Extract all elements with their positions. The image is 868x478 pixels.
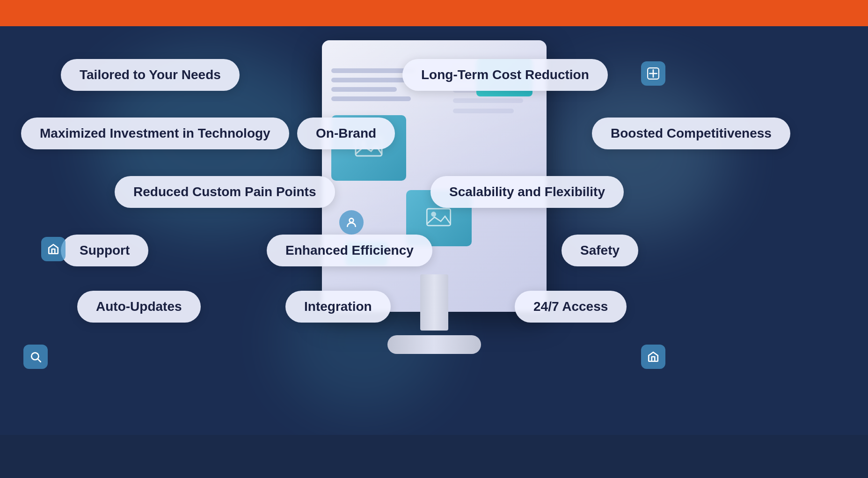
monitor-stand-neck bbox=[420, 274, 448, 331]
pill-boosted: Boosted Competitiveness bbox=[592, 118, 790, 149]
pill-enhanced: Enhanced Efficiency bbox=[267, 235, 432, 266]
header bbox=[0, 0, 868, 26]
svg-line-9 bbox=[38, 359, 41, 362]
svg-rect-2 bbox=[427, 208, 450, 225]
right-line-3 bbox=[453, 98, 523, 103]
pill-tailored: Tailored to Your Needs bbox=[61, 59, 240, 91]
search-icon[interactable] bbox=[23, 345, 48, 369]
screen-line-4 bbox=[331, 96, 411, 101]
screen-line-2 bbox=[331, 78, 406, 82]
pill-maximized: Maximized Investment in Technology bbox=[21, 118, 289, 149]
pill-integration: Integration bbox=[285, 291, 391, 323]
svg-point-3 bbox=[431, 212, 436, 217]
page-wrapper: Tailored to Your NeedsLong-Term Cost Red… bbox=[0, 0, 868, 435]
pill-auto-updates: Auto-Updates bbox=[77, 291, 201, 323]
right-line-4 bbox=[453, 109, 514, 113]
pill-long-term: Long-Term Cost Reduction bbox=[402, 59, 608, 91]
main-content: Tailored to Your NeedsLong-Term Cost Red… bbox=[0, 26, 868, 435]
pill-reduced: Reduced Custom Pain Points bbox=[115, 176, 335, 208]
pill-scalability: Scalability and Flexibility bbox=[430, 176, 624, 208]
svg-point-7 bbox=[350, 218, 354, 222]
pill-safety: Safety bbox=[562, 235, 638, 266]
monitor-stand-base bbox=[387, 335, 481, 354]
home-icon-right[interactable] bbox=[641, 345, 665, 369]
person-icon[interactable] bbox=[339, 210, 364, 235]
bg-blob-2 bbox=[540, 73, 728, 237]
plus-icon[interactable] bbox=[641, 61, 665, 86]
pill-access: 24/7 Access bbox=[515, 291, 627, 323]
pill-support: Support bbox=[61, 235, 148, 266]
home-icon-left[interactable] bbox=[41, 237, 66, 261]
pill-on-brand: On-Brand bbox=[297, 118, 395, 149]
screen-line-3 bbox=[331, 87, 397, 92]
